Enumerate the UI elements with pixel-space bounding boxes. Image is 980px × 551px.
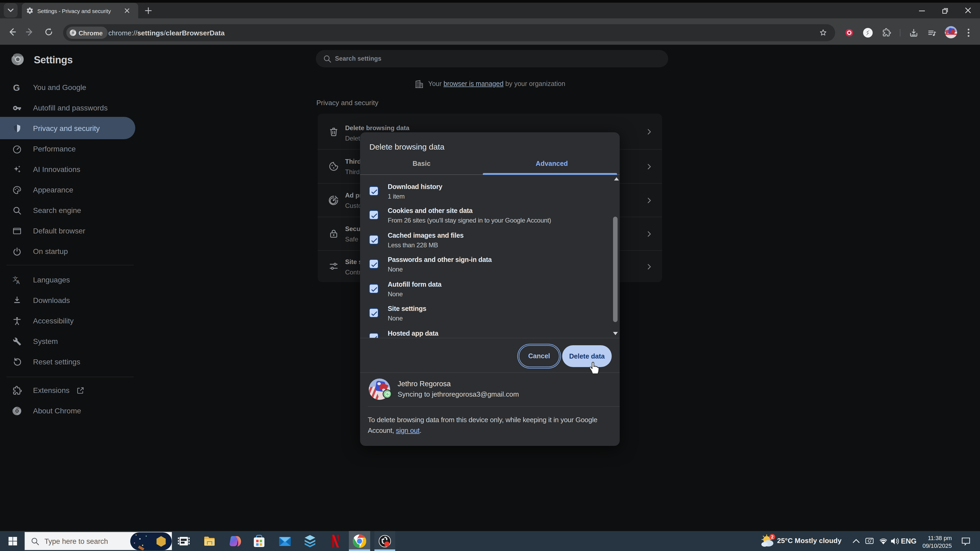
svg-text:2: 2 — [771, 535, 773, 540]
svg-text:A: A — [16, 279, 20, 285]
svg-text:G: G — [13, 83, 20, 92]
